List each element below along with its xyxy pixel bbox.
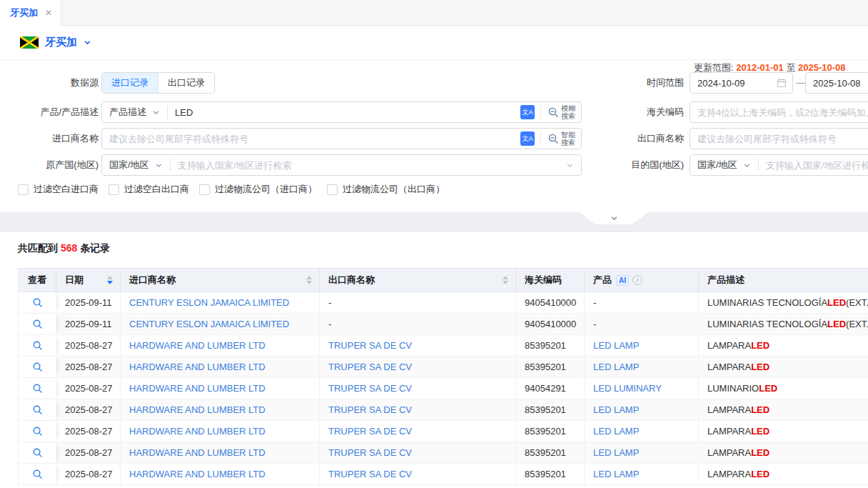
- view-record-icon[interactable]: [32, 297, 43, 308]
- cell-date: 2025-08-27: [56, 335, 121, 356]
- checkbox-icon[interactable]: [18, 184, 29, 195]
- col-date[interactable]: 日期: [56, 269, 121, 292]
- translate-icon[interactable]: 文A: [520, 105, 535, 119]
- product-link[interactable]: LED LUMINARY: [585, 378, 699, 399]
- info-icon[interactable]: i: [632, 275, 642, 285]
- destination-country-select[interactable]: 国家/地区: [690, 155, 758, 175]
- exporter-input[interactable]: [690, 129, 868, 148]
- collapse-filters-handle[interactable]: [580, 212, 648, 224]
- importer-link[interactable]: HARDWARE AND LUMBER LTD: [121, 357, 320, 377]
- exporter-link[interactable]: TRUPER SA DE CV: [320, 464, 516, 484]
- importer-link[interactable]: HARDWARE AND LUMBER LTD: [121, 335, 320, 356]
- table-row: 2025-09-11 CENTURY ESLON JAMAICA LIMITED…: [19, 292, 868, 314]
- view-record-icon[interactable]: [32, 362, 43, 372]
- sort-importer-icon[interactable]: [306, 276, 312, 284]
- chevron-down-icon: [610, 214, 618, 222]
- checkbox-filter-logistics-exporter[interactable]: 过滤物流公司（出口商）: [327, 183, 445, 196]
- importer-input[interactable]: [102, 129, 515, 148]
- magnifier-minus-icon: [547, 106, 559, 118]
- filter-checkbox-row: 过滤空白进口商 过滤空白出口商 过滤物流公司（进口商） 过滤物流公司（出口商）: [18, 183, 445, 196]
- exporter-link[interactable]: TRUPER SA DE CV: [320, 357, 516, 377]
- translate-icon[interactable]: 文A: [520, 131, 535, 146]
- product-link[interactable]: LED LAMP: [585, 442, 699, 463]
- view-record-icon[interactable]: [32, 469, 43, 479]
- origin-country-select[interactable]: 国家/地区: [102, 155, 170, 175]
- col-view: 查看: [19, 269, 56, 292]
- product-link[interactable]: LED LAMP: [585, 335, 699, 356]
- checkbox-icon[interactable]: [108, 184, 119, 195]
- tab-close-icon[interactable]: ✕: [45, 8, 52, 18]
- hs-code-field[interactable]: [690, 101, 868, 123]
- date-end-field[interactable]: [805, 72, 868, 94]
- time-range-label: 时间范围: [612, 72, 684, 94]
- table-body: 2025-09-11 CENTURY ESLON JAMAICA LIMITED…: [19, 292, 868, 485]
- origin-country-input[interactable]: [171, 156, 566, 174]
- cell-view: [19, 464, 56, 484]
- sort-exporter-icon[interactable]: [503, 276, 508, 284]
- results-summary: 共匹配到 568 条记录: [18, 242, 868, 255]
- origin-label: 原产国(地区): [0, 154, 99, 176]
- checkbox-icon[interactable]: [327, 184, 338, 195]
- tab-bar: 牙买加 ✕: [0, 0, 868, 26]
- table-row: 2025-08-27 HARDWARE AND LUMBER LTD TRUPE…: [19, 421, 868, 442]
- importer-link[interactable]: HARDWARE AND LUMBER LTD: [121, 399, 320, 420]
- update-range-to: 2025-10-08: [798, 62, 846, 73]
- exporter-link[interactable]: TRUPER SA DE CV: [320, 421, 516, 442]
- magnifier-minus-icon: [547, 133, 559, 144]
- product-link[interactable]: LED LAMP: [585, 357, 699, 377]
- product-search-input[interactable]: [168, 103, 515, 121]
- importer-link[interactable]: CENTURY ESLON JAMAICA LIMITED: [121, 292, 320, 313]
- product-link[interactable]: LED LAMP: [585, 399, 699, 420]
- view-record-icon[interactable]: [32, 340, 43, 351]
- view-record-icon[interactable]: [32, 319, 43, 329]
- product-link[interactable]: LED LAMP: [585, 421, 699, 442]
- origin-dropdown-chevron-icon[interactable]: [566, 161, 574, 169]
- col-exporter[interactable]: 出口商名称: [320, 269, 516, 292]
- country-chevron-down-icon[interactable]: [84, 39, 91, 46]
- product-type-select[interactable]: 产品描述: [102, 102, 167, 122]
- table-row: 2025-08-27 HARDWARE AND LUMBER LTD TRUPE…: [19, 464, 868, 485]
- checkbox-icon[interactable]: [199, 184, 210, 195]
- chevron-down-icon: [743, 161, 751, 169]
- fuzzy-search-button[interactable]: 模糊搜索: [541, 104, 581, 120]
- hs-code-input[interactable]: [690, 103, 868, 121]
- importer-field: 文A 智能搜索: [101, 128, 582, 149]
- view-record-icon[interactable]: [32, 404, 43, 415]
- chevron-down-icon: [152, 109, 160, 116]
- exporter-link: -: [320, 292, 516, 313]
- export-records-tab[interactable]: 出口记录: [158, 73, 214, 93]
- hs-code-label: 海关编码: [612, 101, 684, 123]
- importer-link[interactable]: HARDWARE AND LUMBER LTD: [121, 421, 320, 442]
- product-link[interactable]: LED LAMP: [585, 464, 699, 484]
- exporter-link[interactable]: TRUPER SA DE CV: [320, 335, 516, 356]
- sort-date-icon[interactable]: [107, 276, 113, 284]
- exporter-link[interactable]: TRUPER SA DE CV: [320, 399, 516, 420]
- date-start-input[interactable]: [690, 74, 777, 92]
- view-record-icon[interactable]: [32, 447, 43, 458]
- import-records-tab[interactable]: 进口记录: [102, 73, 158, 93]
- exporter-link[interactable]: TRUPER SA DE CV: [320, 378, 516, 399]
- date-end-input[interactable]: [806, 74, 868, 92]
- checkbox-filter-logistics-importer[interactable]: 过滤物流公司（进口商）: [199, 183, 317, 196]
- checkbox-filter-blank-exporter[interactable]: 过滤空白出口商: [108, 183, 189, 196]
- cell-view: [19, 357, 56, 377]
- exporter-field[interactable]: [690, 128, 868, 149]
- importer-link[interactable]: CENTURY ESLON JAMAICA LIMITED: [121, 314, 320, 334]
- exporter-link[interactable]: TRUPER SA DE CV: [320, 442, 516, 463]
- importer-link[interactable]: HARDWARE AND LUMBER LTD: [121, 442, 320, 463]
- smart-search-button[interactable]: 智能搜索: [541, 131, 581, 146]
- importer-link[interactable]: HARDWARE AND LUMBER LTD: [121, 464, 320, 484]
- destination-country-input[interactable]: [759, 156, 868, 174]
- col-product-desc: 产品描述: [699, 269, 868, 292]
- update-range-from: 2012-01-01: [736, 62, 784, 73]
- col-importer[interactable]: 进口商名称: [121, 269, 320, 292]
- calendar-icon[interactable]: [777, 78, 787, 88]
- ai-badge: AI: [616, 275, 629, 286]
- importer-link[interactable]: HARDWARE AND LUMBER LTD: [121, 378, 320, 399]
- view-record-icon[interactable]: [32, 426, 43, 437]
- date-start-field[interactable]: [690, 72, 793, 94]
- data-source-label: 数据源: [0, 72, 99, 94]
- view-record-icon[interactable]: [32, 383, 43, 394]
- tab-jamaica[interactable]: 牙买加 ✕: [0, 0, 61, 26]
- checkbox-filter-blank-importer[interactable]: 过滤空白进口商: [18, 183, 99, 196]
